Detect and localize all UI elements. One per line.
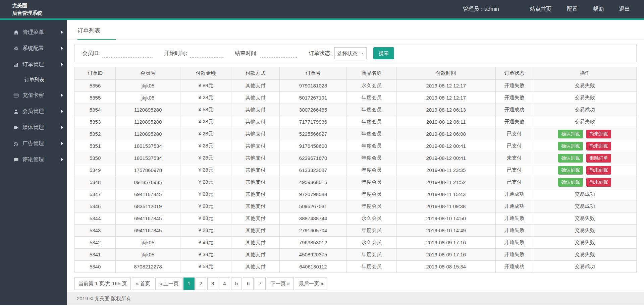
table-cell: ¥ 28元 bbox=[180, 200, 231, 212]
sidebar-item-admin-menu[interactable]: 管理菜单 bbox=[0, 24, 67, 40]
pagination-next[interactable]: 下一页 » bbox=[267, 278, 294, 290]
table-cell: 其他支付 bbox=[231, 237, 280, 249]
gears-icon bbox=[13, 46, 19, 51]
table-header-cell: 订单号 bbox=[280, 67, 346, 80]
table-cell: ¥ 28元 bbox=[180, 92, 231, 104]
page-number[interactable]: 6 bbox=[243, 278, 254, 290]
tab-bar: 订单列表 bbox=[67, 20, 644, 40]
page-number[interactable]: 1 bbox=[183, 278, 194, 290]
table-header-cell: 付款方式 bbox=[231, 67, 280, 80]
table-header-row: 订单ID会员号付款金额付款方式订单号商品名称付款时间订单状态操作 bbox=[75, 67, 637, 80]
table-cell: ¥ 28元 bbox=[180, 140, 231, 152]
confirm-arrival-button[interactable]: 确认到账 bbox=[558, 178, 583, 187]
table-cell: 开通成功 bbox=[495, 200, 533, 212]
table-header-cell: 付款金额 bbox=[180, 67, 231, 80]
comment-icon bbox=[13, 157, 19, 162]
page-number[interactable]: 2 bbox=[196, 278, 206, 290]
table-cell: 年度会员 bbox=[346, 261, 396, 273]
action-cell: 交易成功 bbox=[533, 188, 636, 200]
table-cell: 年度会员 bbox=[346, 249, 396, 261]
table-cell: 5017267191 bbox=[280, 92, 346, 104]
copyright-text: 2019 © 尤美圈 版权所有 bbox=[77, 296, 131, 302]
not-arrived-button[interactable]: 尚未到账 bbox=[586, 166, 611, 175]
page-number[interactable]: 3 bbox=[207, 278, 218, 290]
table-cell: 2019-08-12 12:17 bbox=[396, 80, 495, 92]
table-cell: 2019-08-10 14:49 bbox=[396, 225, 495, 237]
table-cell: 已支付 bbox=[495, 128, 533, 140]
action-cell: 交易失败 bbox=[533, 80, 636, 92]
not-arrived-button[interactable]: 尚未到账 bbox=[586, 178, 611, 187]
table-cell: 年度会员 bbox=[346, 128, 396, 140]
pagination-prev[interactable]: « 上一页 bbox=[155, 278, 183, 290]
delete-order-button[interactable]: 删除订单 bbox=[586, 154, 611, 163]
table-header-cell: 订单ID bbox=[75, 67, 116, 80]
table-cell: 9720798588 bbox=[280, 188, 346, 200]
page-number[interactable]: 7 bbox=[255, 278, 265, 290]
not-arrived-button[interactable]: 尚未到账 bbox=[586, 142, 611, 150]
sidebar: 管理菜单系统配置订单管理订单列表充值卡密会员管理媒体管理广告管理评论管理 bbox=[0, 20, 67, 305]
table-cell: 2791605704 bbox=[280, 225, 346, 237]
page-number[interactable]: 5 bbox=[231, 278, 242, 290]
sidebar-item-ad-management[interactable]: 广告管理 bbox=[0, 135, 67, 151]
table-cell: 5095267031 bbox=[280, 200, 346, 212]
status-select[interactable]: 选择状态 bbox=[334, 47, 367, 59]
sidebar-item-member-management[interactable]: 会员管理 bbox=[0, 103, 67, 119]
table-cell: 8708212278 bbox=[116, 261, 180, 273]
sidebar-item-system-config[interactable]: 系统配置 bbox=[0, 40, 67, 56]
table-cell: 年度会员 bbox=[346, 225, 396, 237]
header-link[interactable]: 站点首页 bbox=[530, 6, 551, 12]
action-cell: 交易成功 bbox=[533, 261, 636, 273]
page-number[interactable]: 4 bbox=[219, 278, 230, 290]
table-cell: 年度会员 bbox=[346, 200, 396, 212]
confirm-arrival-button[interactable]: 确认到账 bbox=[558, 130, 583, 138]
start-time-label: 开始时间: bbox=[164, 50, 187, 57]
sidebar-item-label: 充值卡密 bbox=[22, 92, 44, 99]
header-link[interactable]: 帮助 bbox=[593, 6, 604, 12]
home-icon bbox=[13, 30, 19, 35]
sidebar-item-order-list[interactable]: 订单列表 bbox=[0, 72, 67, 87]
table-cell: 永久会员 bbox=[346, 80, 396, 92]
table-cell: 开通失败 bbox=[495, 249, 533, 261]
table-cell: ¥ 28元 bbox=[180, 152, 231, 164]
sidebar-item-comment-management[interactable]: 评论管理 bbox=[0, 151, 67, 168]
table-cell: 年度会员 bbox=[346, 176, 396, 188]
confirm-arrival-button[interactable]: 确认到账 bbox=[558, 142, 583, 150]
orders-table: 订单ID会员号付款金额付款方式订单号商品名称付款时间订单状态操作 5356jkj… bbox=[74, 67, 637, 273]
table-cell: ¥ 68元 bbox=[180, 212, 231, 225]
confirm-arrival-button[interactable]: 确认到账 bbox=[558, 166, 583, 175]
sidebar-item-media-management[interactable]: 媒体管理 bbox=[0, 119, 67, 135]
table-cell: 开通失败 bbox=[495, 116, 533, 128]
table-row: 53476941167845¥ 28元其他支付9720798588年度会员201… bbox=[75, 188, 637, 200]
rss-icon bbox=[13, 141, 19, 146]
table-cell: 2019-08-12 06:08 bbox=[396, 128, 495, 140]
end-time-input[interactable] bbox=[260, 49, 297, 58]
table-cell: 5350 bbox=[75, 152, 116, 164]
table-cell: ¥ 88元 bbox=[180, 80, 231, 92]
sidebar-item-recharge-card[interactable]: 充值卡密 bbox=[0, 87, 67, 103]
table-cell: 5354 bbox=[75, 104, 116, 116]
table-cell: jkjk05 bbox=[116, 237, 180, 249]
pagination-last[interactable]: 最后一页 » bbox=[295, 278, 327, 290]
header-links: 站点首页配置帮助退出 bbox=[515, 6, 630, 13]
tab-order-list[interactable]: 订单列表 bbox=[77, 27, 116, 40]
chevron-right-icon bbox=[61, 47, 63, 50]
header-link[interactable]: 退出 bbox=[619, 6, 630, 12]
pagination: 当前第 1 页/共 165 页« 首页« 上一页1234567下一页 »最后一页… bbox=[74, 278, 637, 290]
table-cell: 永久会员 bbox=[346, 237, 396, 249]
confirm-arrival-button[interactable]: 确认到账 bbox=[558, 154, 583, 163]
chevron-right-icon bbox=[61, 142, 63, 145]
action-cell: 确认到账尚未到账 bbox=[533, 164, 636, 176]
table-cell: 6133323087 bbox=[280, 164, 346, 176]
search-button[interactable]: 搜索 bbox=[373, 47, 394, 59]
not-arrived-button[interactable]: 尚未到账 bbox=[586, 130, 611, 138]
table-cell: 5356 bbox=[75, 80, 116, 92]
sidebar-item-order-management[interactable]: 订单管理 bbox=[0, 56, 67, 72]
member-id-input[interactable] bbox=[102, 49, 153, 58]
header-link[interactable]: 配置 bbox=[567, 6, 578, 12]
table-cell: 其他支付 bbox=[231, 92, 280, 104]
start-time-input[interactable] bbox=[190, 49, 223, 58]
pagination-first[interactable]: « 首页 bbox=[132, 278, 154, 290]
table-cell: 2019-08-11 15:43 bbox=[396, 188, 495, 200]
table-row: 53491757860978¥ 28元其他支付6133323087年度会员201… bbox=[75, 164, 637, 176]
table-cell: 5344 bbox=[75, 212, 116, 225]
